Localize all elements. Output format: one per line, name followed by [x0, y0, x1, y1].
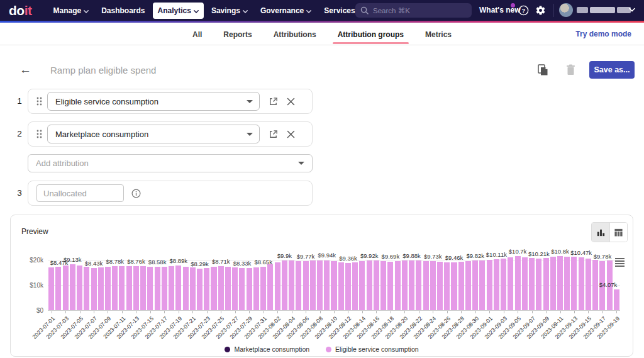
tabs: AllReportsAttributionsAttribution groups… [0, 23, 644, 45]
tab-attributions[interactable]: Attributions [272, 24, 318, 44]
chevron-down-icon [629, 8, 635, 12]
add-attribution-select[interactable]: Add attribution [28, 154, 313, 172]
unallocated-input[interactable] [36, 184, 124, 202]
global-search[interactable] [355, 3, 472, 18]
bar-value-label: $4.07k [599, 281, 618, 288]
tab-metrics[interactable]: Metrics [424, 24, 453, 44]
x-tick-mark [489, 311, 490, 313]
whats-new-link[interactable]: What's new [479, 6, 521, 14]
attribution-select-1[interactable]: Eligible service consumption [47, 92, 260, 111]
help-button[interactable]: ? [518, 5, 529, 16]
x-tick-mark [518, 311, 518, 313]
top-navbar: doit ManageDashboardsAnalyticsSavingsGov… [0, 0, 644, 21]
x-tick-mark [391, 311, 391, 313]
bar-value-label: $8.71k [212, 258, 230, 265]
x-tick-mark [264, 311, 264, 313]
bar-value-label: $8.33k [233, 260, 252, 267]
trash-icon [566, 64, 575, 76]
hamburger-icon [615, 260, 625, 262]
hamburger-icon [615, 266, 625, 267]
y-axis-label: $0 [11, 307, 43, 314]
open-in-new-icon [269, 130, 278, 139]
help-icon: ? [518, 5, 529, 16]
legend-dot [326, 347, 331, 352]
x-tick-mark [376, 311, 377, 313]
remove-attribution-2-button[interactable] [287, 130, 295, 138]
open-attribution-1-button[interactable] [269, 97, 278, 106]
settings-button[interactable] [535, 5, 546, 16]
duplicate-button[interactable] [538, 64, 548, 79]
bar-value-label: $9.36k [339, 255, 357, 262]
x-tick-mark [235, 311, 236, 313]
back-button[interactable]: ← [19, 63, 31, 77]
x-tick-mark [475, 311, 476, 313]
bar-value-label: $10.47k [570, 249, 592, 256]
remove-attribution-1-button[interactable] [287, 98, 295, 106]
x-tick-mark [447, 311, 448, 313]
save-as-button[interactable]: Save as... [589, 61, 635, 79]
close-icon [287, 98, 295, 106]
doit-logo[interactable]: doit [9, 3, 31, 18]
nav-item-manage[interactable]: Manage [48, 3, 94, 19]
attribution-select-2[interactable]: Marketplace consumption [47, 125, 260, 143]
dropdown-caret-icon [247, 100, 253, 103]
redacted-block [577, 7, 588, 13]
bar-value-labels: $8.47k$9.13k$8.43k$8.78k$8.76k$8.58k$8.8… [48, 260, 620, 310]
bar-value-label: $8.65k [254, 259, 272, 266]
unallocated-row [28, 181, 313, 206]
legend-dot [225, 347, 230, 352]
user-avatar[interactable] [559, 3, 573, 17]
y-axis-label: $20k [11, 257, 43, 264]
nav-item-governance[interactable]: Governance [255, 3, 316, 19]
x-tick-mark [588, 311, 589, 313]
bar-value-label: $9.13k [64, 256, 82, 263]
try-demo-mode-link[interactable]: Try demo mode [575, 30, 631, 38]
bar-value-label: $9.69k [382, 253, 400, 260]
bar-value-label: $10.7k [509, 248, 527, 255]
dropdown-caret-icon [247, 133, 253, 136]
info-icon [131, 189, 141, 198]
chevron-down-icon [84, 6, 89, 15]
redacted-block [590, 7, 615, 13]
nav-item-dashboards[interactable]: Dashboards [96, 3, 150, 19]
preview-card: Preview $20k $10k $0 $8.47k$9.13k$8.43k$… [10, 215, 633, 357]
nav-item-analytics[interactable]: Analytics [153, 3, 204, 19]
legend-label: Eligible service consumption [335, 345, 418, 353]
tab-reports[interactable]: Reports [222, 24, 253, 44]
legend-item-marketplace-consumption[interactable]: Marketplace consumption [225, 345, 309, 353]
open-attribution-2-button[interactable] [269, 130, 278, 139]
bar-value-label: $9.9k [277, 252, 292, 259]
logo-text-it: it [25, 3, 32, 18]
chevron-down-icon [194, 6, 199, 15]
x-tick-mark [546, 311, 547, 313]
nav-item-label: Manage [53, 6, 81, 15]
search-icon [360, 6, 369, 14]
x-tick-mark [122, 311, 123, 313]
bar-value-label: $8.89k [170, 257, 188, 264]
chart-legend: Marketplace consumptionEligible service … [11, 345, 633, 353]
nav-item-savings[interactable]: Savings [206, 3, 253, 19]
tab-attribution-groups[interactable]: Attribution groups [336, 24, 405, 44]
page-title[interactable]: Ramp plan eligible spend [50, 65, 156, 76]
search-input[interactable] [373, 7, 461, 14]
user-name-redacted [577, 7, 631, 13]
bar-value-label: $9.88k [402, 252, 421, 259]
x-tick-mark [362, 311, 363, 313]
x-tick-mark [306, 311, 306, 313]
hamburger-icon [615, 258, 625, 259]
x-tick-mark [504, 311, 504, 313]
drag-handle-icon[interactable] [36, 96, 42, 106]
drag-handle-icon[interactable] [36, 129, 42, 139]
bar-value-label: $10.11k [486, 251, 507, 258]
svg-text:?: ? [522, 7, 526, 14]
chevron-down-icon [243, 6, 248, 15]
delete-button[interactable] [566, 64, 575, 78]
bar-value-label: $9.92k [360, 252, 379, 259]
x-tick-mark [348, 311, 348, 313]
tab-all[interactable]: All [191, 24, 203, 44]
user-menu-button[interactable] [629, 8, 635, 12]
analytics-tabbar: AllReportsAttributionsAttribution groups… [0, 23, 644, 45]
legend-item-eligible-service-consumption[interactable]: Eligible service consumption [326, 345, 418, 353]
unallocated-info[interactable] [131, 189, 141, 198]
chart-menu-button[interactable] [615, 258, 625, 267]
